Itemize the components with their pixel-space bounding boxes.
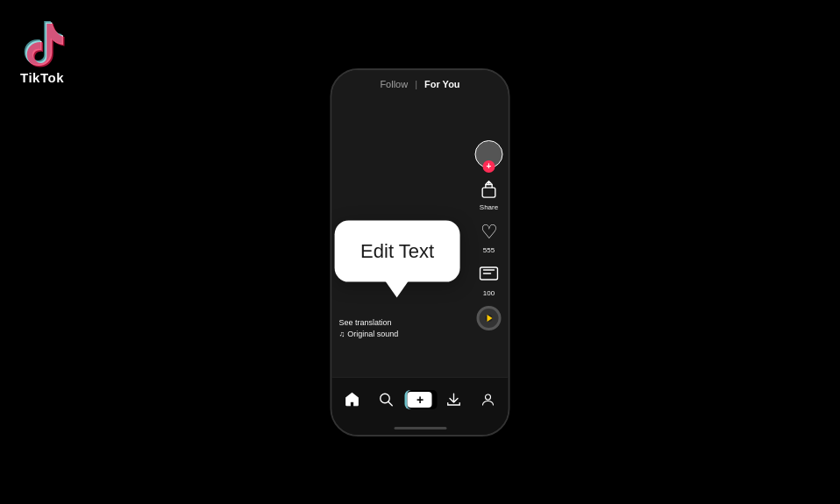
nav-profile[interactable] — [474, 382, 501, 417]
music-disc-inner — [486, 315, 493, 322]
music-note-icon: ♫ — [339, 330, 345, 338]
comments-action[interactable]: 100 — [477, 263, 502, 297]
comment-icon — [480, 266, 499, 284]
nav-inbox[interactable] — [441, 382, 467, 417]
nav-divider: | — [415, 79, 417, 89]
comment-icon-wrap — [477, 263, 502, 287]
comments-count: 100 — [483, 289, 495, 297]
share-icon — [480, 180, 499, 199]
tiktok-logo: TikTok — [16, 16, 68, 85]
nav-search[interactable] — [373, 382, 399, 417]
nav-follow[interactable]: Follow — [380, 79, 408, 89]
music-disc[interactable] — [477, 306, 502, 330]
avatar-container[interactable]: + — [475, 140, 503, 168]
plus-icon: + — [408, 392, 432, 408]
tiktok-icon — [16, 16, 68, 68]
phone-top-nav: Follow | For You — [332, 70, 509, 95]
home-icon — [345, 392, 360, 408]
music-play-icon — [487, 315, 492, 322]
see-translation[interactable]: See translation — [339, 318, 469, 327]
phone-mockup: Follow | For You + — [331, 68, 510, 437]
edit-text-label: Edit Text — [360, 239, 434, 261]
home-bar — [394, 427, 446, 429]
nav-foryou[interactable]: For You — [424, 79, 460, 89]
search-icon — [378, 392, 394, 408]
heart-icon-wrap: ♡ — [477, 220, 502, 245]
svg-point-3 — [485, 394, 490, 400]
home-indicator — [332, 422, 509, 435]
create-button[interactable]: + — [405, 390, 435, 409]
phone-bottom-nav: + — [332, 377, 509, 422]
share-icon-wrap — [477, 177, 502, 202]
nav-create[interactable]: + — [407, 382, 433, 417]
profile-icon — [480, 392, 495, 408]
original-sound-label: Original sound — [347, 330, 398, 338]
likes-action[interactable]: ♡ 555 — [477, 220, 502, 254]
share-label: Share — [480, 203, 498, 211]
bottom-info: See translation ♫ Original sound — [339, 318, 469, 338]
tiktok-label: TikTok — [20, 70, 64, 85]
follow-button[interactable]: + — [483, 160, 495, 173]
speech-bubble[interactable]: Edit Text — [334, 220, 460, 281]
heart-icon: ♡ — [481, 223, 498, 242]
nav-home[interactable] — [339, 382, 366, 417]
inbox-icon — [446, 392, 462, 408]
likes-count: 555 — [483, 246, 495, 254]
share-action[interactable]: Share — [477, 177, 502, 211]
side-actions: + Share ♡ — [475, 140, 503, 330]
original-sound[interactable]: ♫ Original sound — [339, 330, 469, 338]
